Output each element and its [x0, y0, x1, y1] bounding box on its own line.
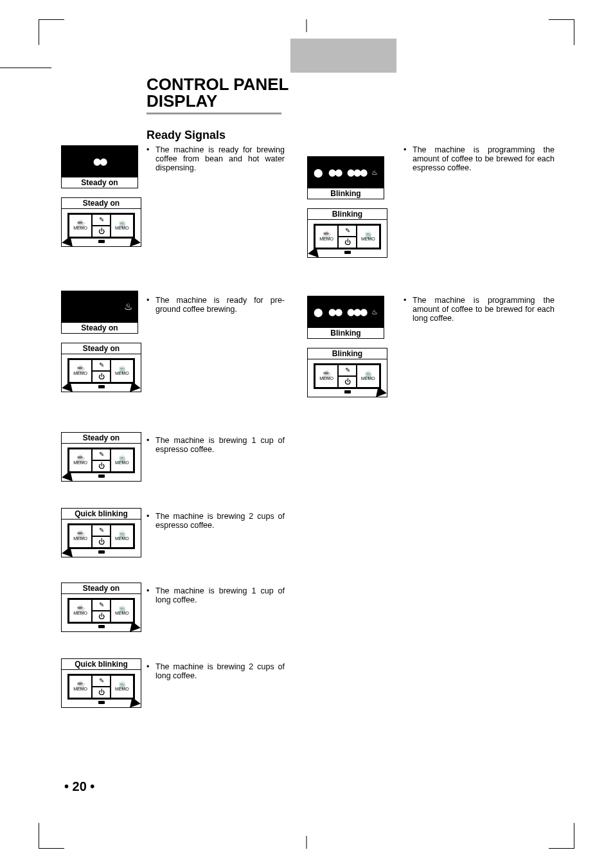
hot-water-icon: ♨ [371, 168, 378, 177]
body-text: •The machine is ready for brewing coffee… [147, 145, 285, 172]
bean-icon: ⬤ [314, 168, 323, 177]
section-heading: Ready Signals [147, 129, 226, 142]
espresso-cup-icon: ☕ [75, 366, 85, 371]
body-text: •The machine is brewing 1 cup of long co… [147, 586, 285, 604]
ground-coffee-icon: ✎ [338, 225, 357, 237]
power-icon: ⏻ [338, 237, 357, 248]
control-panel-icon: ☕MEMO ✎⏻ 🍵MEMO [307, 359, 387, 397]
title-rule [147, 113, 281, 114]
power-icon: ⏻ [92, 611, 111, 622]
page-number: • 20 • [64, 779, 94, 794]
control-panel-icon: ☕MEMO ✎⏻ 🍵MEMO [307, 219, 387, 258]
panel-label: Blinking [307, 208, 387, 219]
ground-coffee-icon: ✎ [338, 365, 357, 376]
panel-label: Quick blinking [61, 658, 141, 669]
power-icon: ⏻ [92, 371, 111, 383]
crop-mark [549, 19, 574, 45]
body-text: •The machine is brewing 2 cups of long c… [147, 662, 285, 680]
control-panel-icon: ☕MEMO ✎⏻ 🍵MEMO [61, 593, 141, 632]
ground-coffee-icon: ✎ [92, 525, 111, 536]
figure-signal: Steady on ☕MEMO ✎⏻ 🍵MEMO [61, 432, 145, 482]
panel-label: Steady on [61, 583, 141, 593]
figure-signal: Quick blinking ☕MEMO ✎⏻ 🍵MEMO [61, 658, 145, 708]
long-cup-icon: 🍵 [117, 366, 127, 371]
body-text: •The machine is programming the amount o… [404, 296, 555, 323]
display-label: Blinking [307, 188, 384, 199]
crop-mark [39, 823, 64, 849]
bean-icon: ⬤ [314, 307, 323, 317]
long-cup-icon: 🍵 [117, 456, 127, 460]
figure-signal: ♨ Steady on Steady on ☕MEMO ✎⏻ 🍵MEMO [61, 291, 145, 392]
title-line2: DISPLAY [147, 93, 289, 109]
espresso-cup-icon: ☕ [75, 221, 85, 226]
hot-water-icon: ♨ [124, 301, 132, 312]
long-cup-icon: 🍵 [117, 532, 127, 536]
control-panel-icon: ☕MEMO ✎⏻ 🍵MEMO [61, 669, 141, 708]
long-cup-icon: 🍵 [363, 372, 373, 376]
espresso-cup-icon: ☕ [75, 456, 85, 460]
figure-signal: ⬤ ⬤⬤ ⬤⬤⬤ ♨ Blinking Blinking ☕MEMO ✎⏻ 🍵M… [307, 156, 397, 258]
bleed-line [0, 68, 51, 68]
control-panel-icon: ☕MEMO ✎⏻ 🍵MEMO [61, 354, 141, 392]
crop-mark [549, 823, 574, 849]
hot-water-icon: ♨ [371, 308, 378, 316]
control-panel-icon: ☕MEMO ✎ ⏻ 🍵MEMO [61, 208, 141, 247]
beans-icon: ⬤⬤ [93, 158, 106, 166]
crop-mark [306, 19, 307, 32]
control-panel-icon: ☕MEMO ✎⏻ 🍵MEMO [61, 443, 141, 482]
control-panel-icon: ☕MEMO ✎⏻ 🍵MEMO [61, 519, 141, 557]
espresso-cup-icon: ☕ [321, 372, 332, 376]
display-icon: ⬤⬤ [61, 145, 138, 177]
espresso-cup-icon: ☕ [75, 682, 85, 687]
ground-coffee-icon: ✎ [92, 449, 111, 460]
beans-icon: ⬤⬤ [328, 308, 341, 316]
body-text: •The machine is programming the amount o… [404, 145, 555, 172]
panel-label: Blinking [307, 348, 387, 359]
thumb-tab [290, 39, 396, 73]
figure-signal: Steady on ☕MEMO ✎⏻ 🍵MEMO [61, 583, 145, 632]
panel-label: Steady on [61, 432, 141, 443]
beans-icon: ⬤⬤ [328, 168, 341, 177]
body-text: •The machine is brewing 1 cup of espress… [147, 436, 285, 454]
beans-icon: ⬤⬤⬤ [347, 308, 366, 316]
espresso-cup-icon: ☕ [321, 232, 332, 237]
display-icon: ⬤ ⬤⬤ ⬤⬤⬤ ♨ [307, 296, 384, 328]
espresso-cup-icon: ☕ [75, 532, 85, 536]
power-icon: ⏻ [92, 536, 111, 548]
ground-coffee-icon: ✎ [92, 599, 111, 611]
beans-icon: ⬤⬤⬤ [347, 168, 366, 177]
panel-label: Steady on [61, 343, 141, 354]
body-text: •The machine is brewing 2 cups of espres… [147, 512, 285, 530]
ground-coffee-icon: ✎ [92, 214, 111, 226]
panel-label: Steady on [61, 197, 141, 208]
body-text: •The machine is ready for pre-ground cof… [147, 296, 285, 314]
crop-mark [306, 836, 307, 849]
page-title: CONTROL PANEL DISPLAY [147, 76, 289, 109]
espresso-cup-icon: ☕ [75, 606, 85, 611]
power-icon: ⏻ [92, 687, 111, 698]
title-line1: CONTROL PANEL [147, 76, 289, 93]
long-cup-icon: 🍵 [117, 606, 127, 611]
crop-mark [39, 19, 64, 45]
figure-signal: Quick blinking ☕MEMO ✎⏻ 🍵MEMO [61, 508, 145, 557]
power-icon: ⏻ [338, 376, 357, 388]
long-cup-icon: 🍵 [363, 232, 373, 237]
ground-coffee-icon: ✎ [92, 359, 111, 371]
power-icon: ⏻ [92, 460, 111, 472]
power-icon: ⏻ [92, 226, 111, 237]
long-cup-icon: 🍵 [117, 682, 127, 687]
display-label: Steady on [61, 177, 138, 188]
display-label: Blinking [307, 328, 384, 339]
display-icon: ⬤ ⬤⬤ ⬤⬤⬤ ♨ [307, 156, 384, 188]
display-label: Steady on [61, 323, 138, 334]
figure-signal: ⬤ ⬤⬤ ⬤⬤⬤ ♨ Blinking Blinking ☕MEMO ✎⏻ 🍵M… [307, 296, 397, 397]
display-icon: ♨ [61, 291, 138, 323]
figure-signal: ⬤⬤ Steady on Steady on ☕MEMO ✎ ⏻ 🍵MEMO [61, 145, 145, 247]
ground-coffee-icon: ✎ [92, 675, 111, 687]
long-cup-icon: 🍵 [117, 221, 127, 226]
panel-label: Quick blinking [61, 508, 141, 519]
